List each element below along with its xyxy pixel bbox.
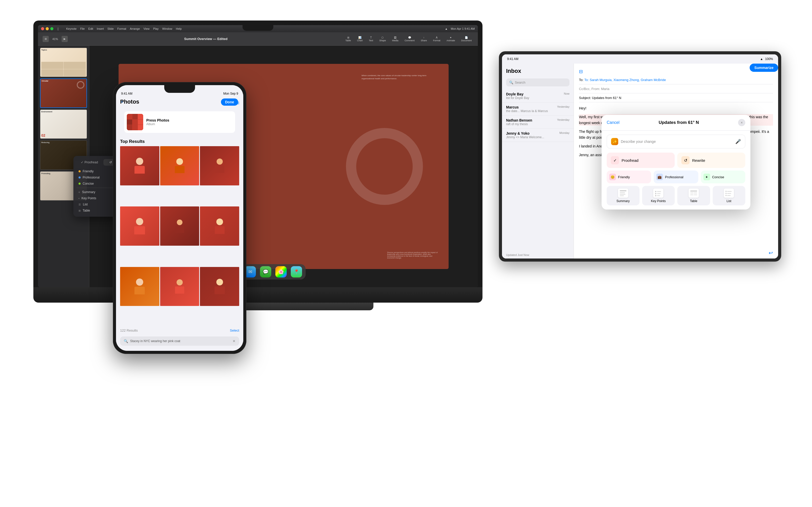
mail-item-1[interactable]: Now Doyle Bay list for Doyle Bay [502,90,573,103]
iphone-content: 9:41 AM Mon Sep 9 Photos See All [116,85,243,351]
person-figure-4 [120,207,159,246]
mail-item-2[interactable]: Yesterday Marcus the date... Marcus la &… [502,103,573,116]
toolbar-format-btn[interactable]: AFormat [431,35,443,43]
toolbar-animate-btn[interactable]: ✦Animate [445,35,457,43]
slide-2[interactable]: Circular [40,78,87,108]
wt-concise-btn-icon: ✦ [703,174,710,180]
thumb-2 [133,114,138,119]
wt-modal-cancel[interactable]: Cancel [607,120,619,125]
mail-search[interactable]: 🔍 Search [506,78,569,87]
menu-format[interactable]: Format [117,27,126,30]
toolbar-text-btn[interactable]: TText [367,35,375,43]
photo-cell-8[interactable] [160,267,199,306]
svg-rect-6 [620,195,624,196]
svg-rect-10 [657,193,661,194]
wt-friendly-button[interactable]: 😊 Friendly [607,171,651,183]
compose-to-recipients[interactable]: To: Sarah Murguia, Xiaomeng Zhong, Graha… [585,78,666,82]
photo-cell-5[interactable] [160,207,199,246]
wt-proofread-btn-icon: ✓ [611,156,619,164]
window-controls [41,27,53,30]
menu-insert[interactable]: Insert [97,27,104,30]
compose-subject-row: Subject: Updates from 61° N [579,96,773,102]
slide-2-title: Circular [42,80,48,82]
slide-1[interactable]: Topics [40,48,87,77]
menu-window[interactable]: Window [162,27,172,30]
wt-keypoints-format-button[interactable]: Key Points [642,186,675,206]
photo-cell-6[interactable] [200,207,239,246]
menu-view[interactable]: View [144,27,150,30]
maximize-dot[interactable] [50,27,53,30]
toolbar-share-btn[interactable]: ↑Share [418,35,429,43]
results-count: 122 Results [120,329,138,332]
summarize-button[interactable]: Summarize [750,64,778,72]
apple-menu[interactable]:  [57,27,61,31]
thumb-4 [127,119,132,125]
wt-mic-icon[interactable]: 🎤 [735,139,741,145]
svg-rect-8 [657,191,661,192]
toolbar-chart-btn[interactable]: 📊Chart [355,35,365,43]
photo-cell-7[interactable] [120,267,159,306]
person-head-1 [136,158,143,165]
toolbar-zoom[interactable]: 41% [52,38,58,41]
menu-file[interactable]: File [80,27,85,30]
compose-sidebar-icon[interactable]: ⊟ [579,69,583,74]
mail-time-4: Monday [559,131,569,134]
toolbar-view-icon[interactable]: ⊞ [43,36,49,42]
wt-table-format-button[interactable]: Table [677,186,710,206]
wt-rewrite-icon: ↺ [109,161,112,164]
photo-cell-9[interactable] [200,267,239,306]
wt-describe-row[interactable]: ✨ Describe your change 🎤 [607,135,745,149]
wt-rewrite-button[interactable]: ↺ Rewrite [677,153,745,168]
toolbar-table-btn[interactable]: ⊞Table [343,35,353,43]
wt-friendly-btn-icon: 😊 [609,174,616,180]
search-close-icon[interactable]: ✕ [233,339,236,343]
wt-keypoints-format-label: Key Points [651,199,666,203]
toolbar-play-icon[interactable]: ▶ [62,36,68,42]
photo-cell-2[interactable] [160,146,199,185]
toolbar-comment-btn[interactable]: 💬Comment [402,35,416,43]
svg-rect-13 [690,190,697,192]
mail-item-4[interactable]: Monday Jenny & Yoko Jimmy <> Maria Welco… [502,129,573,142]
toolbar-document-btn[interactable]: 📄Document [459,35,474,43]
dock-messages[interactable]: 💬 [260,266,271,278]
photo-cell-3[interactable] [200,146,239,185]
close-dot[interactable] [41,27,44,30]
macbook-notch [243,25,273,31]
wt-proofread-button[interactable]: ✓ Proofread [607,153,675,168]
select-button[interactable]: Select [230,329,239,332]
wt-concise-button[interactable]: ✦ Concise [701,171,745,183]
wt-table-icon: ⊞ [79,209,81,212]
compose-cc: Cc/Bcc, From: Maria [579,87,609,91]
slide-3[interactable]: Environment 02 [40,110,87,139]
photo-cell-4[interactable] [120,207,159,246]
search-bottom-input[interactable]: 🔍 Stacey in NYC wearing her pink coat ✕ [120,336,239,346]
photo-cell-1[interactable] [120,146,159,185]
menu-edit[interactable]: Edit [88,27,93,30]
dock-photos[interactable]: 🌸 [275,266,287,278]
ipad: 9:41 AM ▲ 100% Inbox 🔍 Search [499,51,781,262]
thumb-1 [127,114,132,119]
iphone-back-button[interactable]: ‹ [121,99,123,104]
ipad-reply-icon[interactable]: ↩ [769,250,773,256]
macbook:  Keynote File Edit Insert Slide Format … [33,20,483,302]
wt-tab-proofread[interactable]: ✓ Proofread [77,159,102,166]
wt-list-format-button[interactable]: List [713,186,746,206]
dock-maps[interactable]: 📍 [291,266,302,278]
menu-slide[interactable]: Slide [107,27,114,30]
menu-keynote[interactable]: Keynote [66,27,77,30]
svg-rect-21 [727,193,731,194]
iphone-done-button[interactable]: Done [221,99,238,106]
wt-summary-format-button[interactable]: Summary [607,186,640,206]
toolbar-media-btn[interactable]: 🖼Media [390,35,401,43]
wt-list-icon: ☰ [79,203,81,206]
menu-play[interactable]: Play [153,27,159,30]
mail-item-3[interactable]: Yesterday Nathan Bensen raft of my thesi… [502,116,573,129]
minimize-dot[interactable] [46,27,49,30]
toolbar-shape-btn[interactable]: ⬡Shape [377,35,388,43]
menu-help[interactable]: Help [176,27,182,30]
wt-summary-format-icon [618,188,628,198]
press-photos-result[interactable]: Press Photos Album [124,111,235,133]
menu-arrange[interactable]: Arrange [130,27,140,30]
wt-modal-close-button[interactable]: × [738,119,745,126]
wt-professional-button[interactable]: 💼 Professional [654,171,698,183]
